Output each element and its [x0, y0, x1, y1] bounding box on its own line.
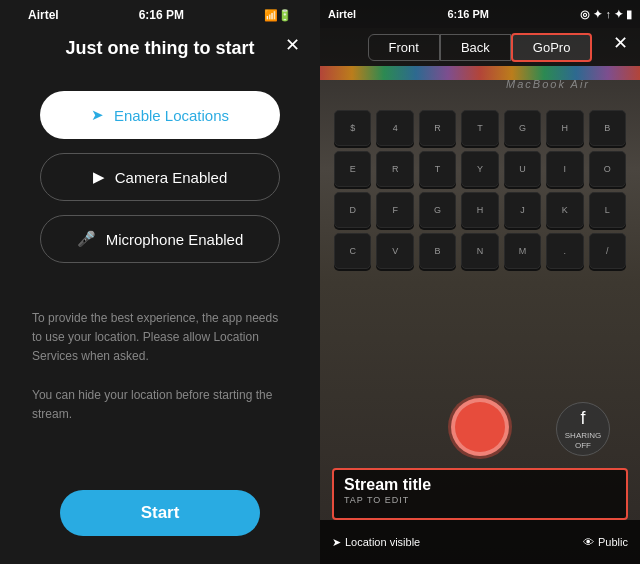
page-title: Just one thing to start	[66, 38, 255, 59]
app-icons-strip	[320, 66, 640, 80]
key: E	[334, 151, 371, 187]
key: F	[376, 192, 413, 228]
key: D	[334, 192, 371, 228]
key: R	[419, 110, 456, 146]
key: C	[334, 233, 371, 269]
camera-label: Camera Enabled	[115, 169, 228, 186]
location-icon: ➤	[91, 106, 104, 124]
stream-title: Stream title	[344, 476, 616, 494]
tab-back[interactable]: Back	[440, 34, 511, 61]
keyboard-row-2: E R T Y U I O	[330, 151, 630, 187]
key: I	[546, 151, 583, 187]
key: R	[376, 151, 413, 187]
facebook-icon: f	[580, 408, 585, 429]
time-left: 6:16 PM	[139, 8, 184, 22]
battery-icon: 📶🔋	[264, 9, 292, 22]
key: L	[589, 192, 626, 228]
key: V	[376, 233, 413, 269]
status-bar-right: Airtel 6:16 PM ◎ ✦ ↑ ✦ ▮	[320, 0, 640, 28]
key: T	[419, 151, 456, 187]
left-panel: Airtel 6:16 PM 📶🔋 Just one thing to star…	[0, 0, 320, 564]
stream-title-hint: TAP TO EDIT	[344, 495, 616, 505]
eye-icon: 👁	[583, 536, 594, 548]
right-panel: $ 4 R T G H B E R T Y U I O D F G H J K …	[320, 0, 640, 564]
time-right: 6:16 PM	[447, 8, 489, 20]
close-button-right[interactable]: ✕	[613, 32, 628, 54]
camera-enabled-button[interactable]: ▶ Camera Enabled	[40, 153, 280, 201]
key: J	[504, 192, 541, 228]
tab-front[interactable]: Front	[368, 34, 440, 61]
status-icons-left: 📶🔋	[264, 9, 292, 22]
microphone-icon: 🎤	[77, 230, 96, 248]
camera-icon: ▶	[93, 168, 105, 186]
start-button[interactable]: Start	[60, 490, 260, 536]
public-label: 👁 Public	[583, 536, 628, 548]
key: .	[546, 233, 583, 269]
enable-locations-button[interactable]: ➤ Enable Locations	[40, 91, 280, 139]
key: U	[504, 151, 541, 187]
camera-tabs: Front Back GoPro	[320, 28, 640, 66]
key: T	[461, 110, 498, 146]
description-text: To provide the best experience, the app …	[24, 309, 296, 424]
key: K	[546, 192, 583, 228]
key: B	[589, 110, 626, 146]
microphone-label: Microphone Enabled	[106, 231, 244, 248]
key: Y	[461, 151, 498, 187]
key: H	[546, 110, 583, 146]
microphone-enabled-button[interactable]: 🎤 Microphone Enabled	[40, 215, 280, 263]
carrier-right: Airtel	[328, 8, 356, 20]
key: H	[461, 192, 498, 228]
location-label: ➤ Location visible	[332, 536, 420, 549]
bottom-bar: ➤ Location visible 👁 Public	[320, 520, 640, 564]
key: /	[589, 233, 626, 269]
key: N	[461, 233, 498, 269]
sharing-label: SHARING OFF	[557, 431, 609, 450]
key: G	[419, 192, 456, 228]
stream-title-box[interactable]: Stream title TAP TO EDIT	[332, 468, 628, 520]
close-button-left[interactable]: ✕	[285, 36, 300, 54]
keyboard-row-4: C V B N M . /	[330, 233, 630, 269]
sharing-button[interactable]: f SHARING OFF	[556, 402, 610, 456]
record-button[interactable]	[451, 398, 509, 456]
status-bar-left: Airtel 6:16 PM 📶🔋	[24, 0, 296, 26]
key: $	[334, 110, 371, 146]
keyboard-row-3: D F G H J K L	[330, 192, 630, 228]
key: B	[419, 233, 456, 269]
key: M	[504, 233, 541, 269]
key: 4	[376, 110, 413, 146]
key: O	[589, 151, 626, 187]
keyboard-row-1: $ 4 R T G H B	[330, 110, 630, 146]
carrier-left: Airtel	[28, 8, 59, 22]
tab-gopro[interactable]: GoPro	[511, 33, 593, 62]
status-icons-right: ◎ ✦ ↑ ✦ ▮	[580, 8, 632, 21]
location-icon: ➤	[332, 536, 341, 549]
locations-label: Enable Locations	[114, 107, 229, 124]
key: G	[504, 110, 541, 146]
